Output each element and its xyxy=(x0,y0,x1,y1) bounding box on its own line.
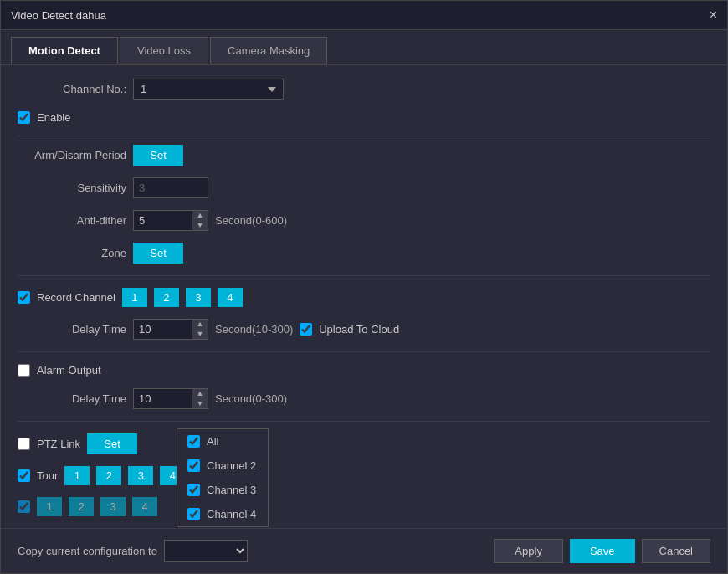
record-channel-btn-2[interactable]: 2 xyxy=(154,288,179,307)
footer-buttons: Apply Save Cancel xyxy=(494,539,710,563)
ptz-link-label: PTZ Link xyxy=(37,438,80,450)
tour-btn-1[interactable]: 1 xyxy=(64,466,90,485)
record-channel-btn-1[interactable]: 1 xyxy=(122,288,147,307)
footer: Copy current configuration to Apply Save… xyxy=(1,528,727,573)
content-area: Channel No.: 1 2 3 4 Enable Arm/Disarm P… xyxy=(1,65,727,573)
anti-dither-down[interactable]: ▼ xyxy=(192,221,208,231)
sensitivity-input xyxy=(133,177,208,198)
arm-disarm-row: Arm/Disarm Period Set xyxy=(18,145,710,166)
record-delay-label: Delay Time xyxy=(18,323,126,336)
anti-dither-label: Anti-dither xyxy=(18,214,126,227)
anti-dither-up[interactable]: ▲ xyxy=(192,211,208,221)
record-channel-checkbox[interactable] xyxy=(18,291,30,304)
dropdown-all-checkbox[interactable] xyxy=(187,435,200,448)
ptz-link-set-button[interactable]: Set xyxy=(87,433,137,454)
dialog: Video Detect dahua × Motion Detect Video… xyxy=(0,0,728,574)
cancel-button[interactable]: Cancel xyxy=(642,539,710,563)
copy-label: Copy current configuration to xyxy=(18,545,157,557)
dropdown-ch3-checkbox[interactable] xyxy=(187,484,200,496)
tour-btn-3[interactable]: 3 xyxy=(128,466,153,485)
dropdown-ch2-checkbox[interactable] xyxy=(187,459,200,472)
dropdown-all-label: All xyxy=(207,435,218,448)
zone-set-button[interactable]: Set xyxy=(133,243,183,264)
dropdown-ch3-label: Channel 3 xyxy=(207,484,256,496)
dropdown-item-ch3[interactable]: Channel 3 xyxy=(177,478,268,502)
record-delay-row: Delay Time ▲ ▼ Second(10-300) Upload To … xyxy=(18,319,710,340)
record-delay-unit: Second(10-300) xyxy=(215,323,293,336)
snapshot-btn-2[interactable]: 2 xyxy=(69,497,94,516)
apply-button[interactable]: Apply xyxy=(494,539,563,563)
tour-label: Tour xyxy=(37,469,58,482)
tab-bar: Motion Detect Video Loss Camera Masking xyxy=(1,30,727,65)
enable-row: Enable xyxy=(18,111,710,124)
record-channel-btn-4[interactable]: 4 xyxy=(218,288,243,307)
arm-disarm-set-button[interactable]: Set xyxy=(133,145,183,166)
tour-row: Tour 1 2 3 4 xyxy=(18,466,710,485)
enable-label: Enable xyxy=(37,111,70,124)
save-button[interactable]: Save xyxy=(570,539,635,563)
tour-btn-2[interactable]: 2 xyxy=(96,466,121,485)
dropdown-item-all[interactable]: All xyxy=(177,429,268,454)
snapshot-btn-4[interactable]: 4 xyxy=(132,497,157,516)
tab-camera-masking[interactable]: Camera Masking xyxy=(210,37,327,64)
dropdown-ch4-label: Channel 4 xyxy=(207,508,256,520)
sensitivity-row: Sensitivity xyxy=(18,177,710,198)
alarm-delay-unit: Second(0-300) xyxy=(215,392,287,405)
copy-dropdown: All Channel 2 Channel 3 Channel 4 xyxy=(177,428,269,527)
tour-checkbox[interactable] xyxy=(18,469,30,482)
alarm-output-label: Alarm Output xyxy=(37,364,101,377)
alarm-delay-label: Delay Time xyxy=(18,392,126,405)
snapshot-row: 1 2 3 4 xyxy=(18,497,710,516)
upload-cloud-label: Upload To Cloud xyxy=(319,323,399,336)
tab-motion-detect[interactable]: Motion Detect xyxy=(11,37,118,64)
alarm-output-row: Alarm Output xyxy=(18,364,710,377)
zone-label: Zone xyxy=(18,247,126,259)
title-bar: Video Detect dahua × xyxy=(1,1,727,30)
dropdown-ch4-checkbox[interactable] xyxy=(187,508,200,520)
copy-select[interactable] xyxy=(164,540,248,562)
record-channel-label: Record Channel xyxy=(37,291,115,304)
alarm-delay-down[interactable]: ▼ xyxy=(192,399,208,409)
copy-config-area: Copy current configuration to xyxy=(18,540,248,562)
dropdown-item-ch4[interactable]: Channel 4 xyxy=(177,502,268,526)
ptz-link-checkbox[interactable] xyxy=(18,438,30,450)
alarm-output-checkbox[interactable] xyxy=(18,364,30,377)
channel-no-label: Channel No.: xyxy=(18,83,126,95)
anti-dither-row: Anti-dither ▲ ▼ Second(0-600) xyxy=(18,210,710,231)
enable-checkbox[interactable] xyxy=(18,111,30,124)
tab-video-loss[interactable]: Video Loss xyxy=(120,37,208,64)
anti-dither-spinner: ▲ ▼ xyxy=(133,210,208,231)
record-delay-up[interactable]: ▲ xyxy=(192,320,208,330)
close-button[interactable]: × xyxy=(710,8,717,23)
dropdown-ch2-label: Channel 2 xyxy=(207,459,256,472)
sensitivity-label: Sensitivity xyxy=(18,182,126,194)
dialog-title: Video Detect dahua xyxy=(11,9,106,22)
ptz-link-row: PTZ Link Set xyxy=(18,433,710,454)
channel-no-row: Channel No.: 1 2 3 4 xyxy=(18,79,710,100)
record-delay-down[interactable]: ▼ xyxy=(192,330,208,340)
dropdown-item-ch2[interactable]: Channel 2 xyxy=(177,454,268,478)
snapshot-btn-3[interactable]: 3 xyxy=(100,497,126,516)
upload-cloud-checkbox[interactable] xyxy=(300,323,312,336)
anti-dither-unit: Second(0-600) xyxy=(215,214,287,227)
snapshot-btn-1[interactable]: 1 xyxy=(37,497,62,516)
alarm-delay-row: Delay Time ▲ ▼ Second(0-300) xyxy=(18,388,710,409)
alarm-delay-spinner: ▲ ▼ xyxy=(133,388,208,409)
snapshot-checkbox[interactable] xyxy=(18,500,30,513)
record-channel-row: Record Channel 1 2 3 4 xyxy=(18,288,710,307)
alarm-delay-up[interactable]: ▲ xyxy=(192,389,208,399)
zone-row: Zone Set xyxy=(18,243,710,264)
channel-no-select[interactable]: 1 2 3 4 xyxy=(133,79,284,100)
record-channel-btn-3[interactable]: 3 xyxy=(186,288,211,307)
record-delay-spinner: ▲ ▼ xyxy=(133,319,208,340)
scroll-area[interactable]: Channel No.: 1 2 3 4 Enable Arm/Disarm P… xyxy=(1,65,727,528)
arm-disarm-label: Arm/Disarm Period xyxy=(18,149,126,161)
